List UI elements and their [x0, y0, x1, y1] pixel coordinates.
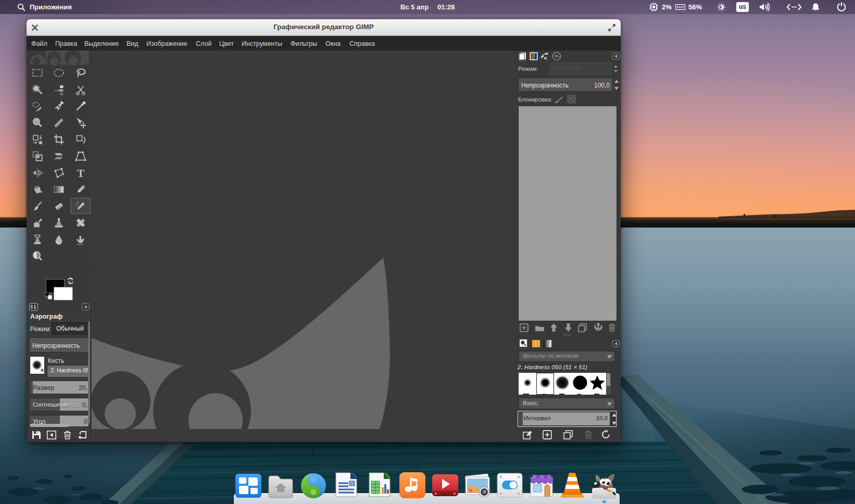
svg-text:T: T [77, 167, 84, 180]
